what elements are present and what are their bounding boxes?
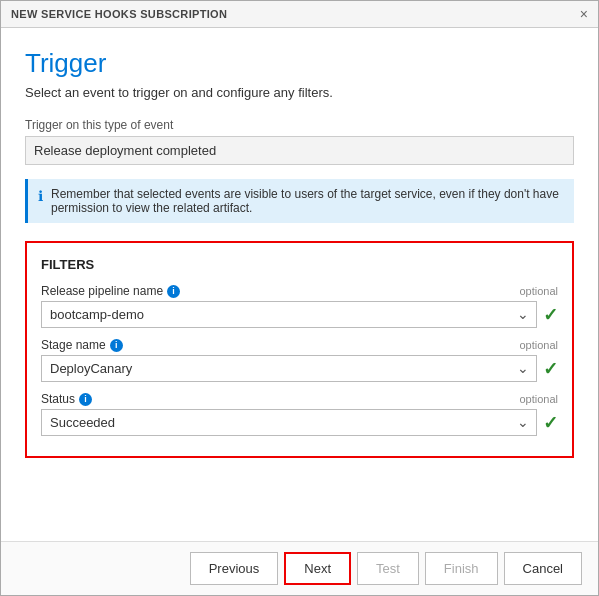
filter-rows: Release pipeline nameioptional[Any]bootc… — [41, 284, 558, 436]
filter-select-wrapper: [Any]DeployCanary — [41, 355, 537, 382]
filter-optional-label: optional — [519, 339, 558, 351]
filter-label-row: Statusioptional — [41, 392, 558, 406]
dialog-title: NEW SERVICE HOOKS SUBSCRIPTION — [11, 8, 227, 20]
event-label: Trigger on this type of event — [25, 118, 574, 132]
next-button[interactable]: Next — [284, 552, 351, 585]
filter-row: Stage nameioptional[Any]DeployCanary✓ — [41, 338, 558, 382]
filter-info-icon[interactable]: i — [167, 285, 180, 298]
dialog-footer: Previous Next Test Finish Cancel — [1, 541, 598, 595]
filter-label-text: Stage name — [41, 338, 106, 352]
filter-label: Stage namei — [41, 338, 123, 352]
filter-label-row: Stage nameioptional — [41, 338, 558, 352]
filters-title: FILTERS — [41, 257, 558, 272]
filter-label-text: Release pipeline name — [41, 284, 163, 298]
dialog-titlebar: NEW SERVICE HOOKS SUBSCRIPTION × — [1, 1, 598, 28]
dialog: NEW SERVICE HOOKS SUBSCRIPTION × Trigger… — [0, 0, 599, 596]
filter-select[interactable]: [Any]SucceededFailedPartiallySucceededCa… — [41, 409, 537, 436]
filter-select-row: [Any]SucceededFailedPartiallySucceededCa… — [41, 409, 558, 436]
filter-select-row: [Any]bootcamp-demo✓ — [41, 301, 558, 328]
filter-select-wrapper: [Any]bootcamp-demo — [41, 301, 537, 328]
filter-row: Release pipeline nameioptional[Any]bootc… — [41, 284, 558, 328]
filter-select[interactable]: [Any]bootcamp-demo — [41, 301, 537, 328]
page-title: Trigger — [25, 48, 574, 79]
filters-section: FILTERS Release pipeline nameioptional[A… — [25, 241, 574, 458]
filter-label: Statusi — [41, 392, 92, 406]
filter-info-icon[interactable]: i — [79, 393, 92, 406]
finish-button[interactable]: Finish — [425, 552, 498, 585]
filter-check-icon: ✓ — [543, 304, 558, 326]
filter-label-text: Status — [41, 392, 75, 406]
event-value: Release deployment completed — [25, 136, 574, 165]
info-icon: ℹ — [38, 188, 43, 204]
filter-optional-label: optional — [519, 285, 558, 297]
cancel-button[interactable]: Cancel — [504, 552, 582, 585]
dialog-body: Trigger Select an event to trigger on an… — [1, 28, 598, 541]
close-button[interactable]: × — [580, 7, 588, 21]
filter-label-row: Release pipeline nameioptional — [41, 284, 558, 298]
previous-button[interactable]: Previous — [190, 552, 279, 585]
filter-optional-label: optional — [519, 393, 558, 405]
filter-select-wrapper: [Any]SucceededFailedPartiallySucceededCa… — [41, 409, 537, 436]
info-text: Remember that selected events are visibl… — [51, 187, 564, 215]
filter-select[interactable]: [Any]DeployCanary — [41, 355, 537, 382]
filter-row: Statusioptional[Any]SucceededFailedParti… — [41, 392, 558, 436]
filter-info-icon[interactable]: i — [110, 339, 123, 352]
filter-select-row: [Any]DeployCanary✓ — [41, 355, 558, 382]
test-button[interactable]: Test — [357, 552, 419, 585]
page-subtitle: Select an event to trigger on and config… — [25, 85, 574, 100]
filter-check-icon: ✓ — [543, 412, 558, 434]
filter-label: Release pipeline namei — [41, 284, 180, 298]
filter-check-icon: ✓ — [543, 358, 558, 380]
info-box: ℹ Remember that selected events are visi… — [25, 179, 574, 223]
